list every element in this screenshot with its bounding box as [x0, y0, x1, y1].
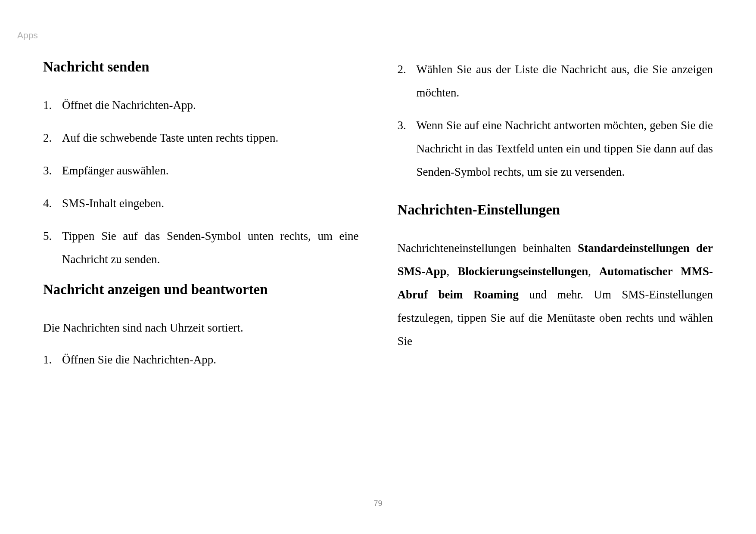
- content-columns: Nachricht senden Öffnet die Nachrichten-…: [43, 58, 713, 491]
- settings-paragraph: Nachrichteneinstellungen beinhalten Stan…: [398, 236, 713, 353]
- section-header: Apps: [17, 30, 713, 40]
- text-run: ,: [447, 265, 458, 278]
- list-item: Öffnen Sie die Nachrichten-App.: [43, 348, 359, 371]
- text-run: ,: [588, 265, 599, 278]
- list-item: Öffnet die Nachrichten-App.: [43, 93, 359, 117]
- text-run: Nachrichteneinstellungen beinhalten: [398, 242, 578, 255]
- heading-send-message: Nachricht senden: [43, 58, 359, 76]
- view-reply-steps-part1: Öffnen Sie die Nachrichten-App.: [43, 348, 359, 371]
- list-item: Wählen Sie aus der Liste die Nachricht a…: [398, 58, 713, 104]
- view-reply-steps-part2: Wählen Sie aus der Liste die Nachricht a…: [398, 58, 713, 183]
- left-column: Nachricht senden Öffnet die Nachrichten-…: [43, 58, 359, 491]
- page-number: 79: [43, 491, 713, 508]
- list-item: SMS-Inhalt eingeben.: [43, 192, 359, 215]
- heading-message-settings: Nachrichten-Einstellungen: [398, 201, 713, 219]
- sort-note: Die Nachrichten sind nach Uhrzeit sortie…: [43, 316, 359, 339]
- list-item: Empfänger auswählen.: [43, 159, 359, 182]
- bold-term: Blockierungseinstellungen: [457, 265, 588, 278]
- list-item: Wenn Sie auf eine Nachricht antworten mö…: [398, 114, 713, 183]
- send-message-steps: Öffnet die Nachrichten-App. Auf die schw…: [43, 93, 359, 271]
- list-item: Auf die schwebende Taste unten rechts ti…: [43, 126, 359, 149]
- right-column: Wählen Sie aus der Liste die Nachricht a…: [398, 58, 713, 491]
- heading-view-reply: Nachricht anzeigen und beantworten: [43, 280, 359, 299]
- document-page: Apps Nachricht senden Öffnet die Nachric…: [0, 0, 756, 534]
- list-item: Tippen Sie auf das Senden-Symbol unten r…: [43, 224, 359, 271]
